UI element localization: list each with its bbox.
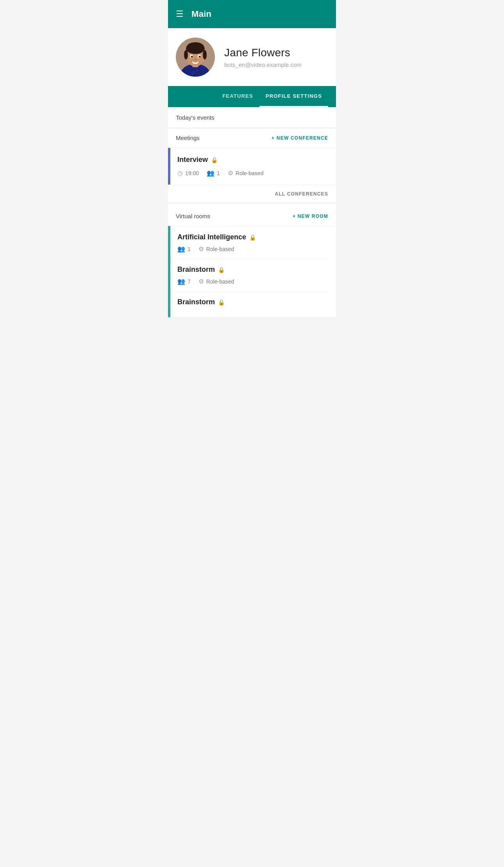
- people-icon-brainstorm: 👥: [177, 278, 185, 285]
- svg-point-8: [187, 42, 204, 52]
- svg-point-6: [184, 50, 188, 59]
- room-meta-ai: 👥 1 ⚙ Role-based: [177, 245, 328, 253]
- room-title-brainstorm: Brainstorm: [177, 266, 215, 274]
- svg-point-7: [203, 50, 207, 59]
- top-bar: ☰ Main: [168, 0, 336, 28]
- meeting-title-interview: Interview: [177, 156, 208, 164]
- people-icon-ai: 👥: [177, 245, 185, 253]
- profile-name: Jane Flowers: [224, 47, 328, 59]
- card-title-row-interview: Interview 🔒: [177, 156, 328, 164]
- lock-icon-interview: 🔒: [211, 157, 218, 163]
- room-participants-value-ai: 1: [188, 246, 191, 252]
- app-title: Main: [191, 9, 211, 19]
- rooms-card-content: Artificial Intelligence 🔒 👥 1 ⚙ Role-bas…: [170, 226, 336, 317]
- meeting-participants-value: 1: [217, 170, 220, 176]
- room-entry-brainstorm2[interactable]: Brainstorm 🔒: [177, 298, 328, 306]
- todays-events-header: Today's events: [168, 107, 336, 128]
- meeting-participants: 👥 1: [207, 169, 220, 177]
- virtual-rooms-label: Virtual rooms: [176, 213, 210, 219]
- room-divider: [177, 259, 328, 259]
- room-type-ai: ⚙ Role-based: [198, 245, 234, 253]
- new-room-button[interactable]: + NEW ROOM: [293, 214, 328, 219]
- content-area: Today's events Meetings + NEW CONFERENCE…: [168, 107, 336, 318]
- nav-tabs: FEATURES PROFILE SETTINGS: [168, 86, 336, 107]
- tab-features[interactable]: FEATURES: [216, 86, 259, 107]
- tab-profile-settings[interactable]: PROFILE SETTINGS: [259, 86, 328, 107]
- lock-icon-ai: 🔒: [249, 234, 256, 241]
- meeting-type: ⚙ Role-based: [228, 169, 264, 177]
- meeting-meta-interview: ◷ 19:00 👥 1 ⚙ Role-based: [177, 169, 328, 177]
- room-type-brainstorm: ⚙ Role-based: [198, 278, 234, 285]
- room-meta-brainstorm: 👥 7 ⚙ Role-based: [177, 278, 328, 285]
- sliders-icon-brainstorm: ⚙: [198, 278, 204, 285]
- meetings-title-row: Meetings + NEW CONFERENCE: [168, 128, 336, 148]
- new-conference-button[interactable]: + NEW CONFERENCE: [272, 135, 328, 141]
- svg-point-18: [191, 73, 193, 75]
- room-participants-ai: 👥 1: [177, 245, 191, 253]
- room-title-row-brainstorm: Brainstorm 🔒: [177, 266, 328, 274]
- lock-icon-brainstorm: 🔒: [218, 267, 225, 273]
- lock-icon-brainstorm2: 🔒: [218, 299, 225, 305]
- virtual-rooms-section: Virtual rooms + NEW ROOM Artificial Inte…: [168, 206, 336, 318]
- room-title-row-brainstorm2: Brainstorm 🔒: [177, 298, 328, 306]
- svg-point-16: [193, 71, 195, 73]
- profile-info: Jane Flowers bots_en@video.example.com: [224, 47, 328, 68]
- rooms-card: Artificial Intelligence 🔒 👥 1 ⚙ Role-bas…: [168, 226, 336, 318]
- svg-point-15: [194, 59, 197, 60]
- svg-point-14: [200, 56, 200, 57]
- profile-section: Jane Flowers bots_en@video.example.com: [168, 28, 336, 86]
- meeting-time-value: 19:00: [185, 170, 199, 176]
- virtual-rooms-title-row: Virtual rooms + NEW ROOM: [168, 206, 336, 226]
- meetings-section: Meetings + NEW CONFERENCE Interview 🔒 ◷ …: [168, 128, 336, 203]
- room-entry-brainstorm[interactable]: Brainstorm 🔒 👥 7 ⚙ Role-based: [177, 266, 328, 285]
- meeting-time: ◷ 19:00: [177, 169, 199, 177]
- svg-point-17: [196, 70, 198, 71]
- room-title-ai: Artificial Intelligence: [177, 233, 246, 241]
- menu-icon[interactable]: ☰: [176, 10, 184, 18]
- room-entry-ai[interactable]: Artificial Intelligence 🔒 👥 1 ⚙ Role-bas…: [177, 233, 328, 253]
- room-divider-2: [177, 291, 328, 292]
- room-type-value-brainstorm: Role-based: [206, 278, 234, 285]
- avatar: [176, 38, 215, 77]
- clock-icon: ◷: [177, 169, 183, 177]
- all-conferences-row: ALL CONFERENCES: [168, 185, 336, 203]
- svg-point-13: [192, 56, 193, 57]
- sliders-icon: ⚙: [228, 169, 233, 177]
- avatar-image: [176, 38, 215, 77]
- profile-email: bots_en@video.example.com: [224, 61, 328, 68]
- all-conferences-link[interactable]: ALL CONFERENCES: [275, 191, 328, 197]
- svg-point-11: [191, 56, 193, 58]
- room-type-value-ai: Role-based: [206, 246, 234, 252]
- meetings-label: Meetings: [176, 135, 200, 141]
- room-participants-value-brainstorm: 7: [188, 278, 191, 285]
- people-icon: 👥: [207, 169, 214, 177]
- room-title-brainstorm2: Brainstorm: [177, 298, 215, 306]
- room-title-row-ai: Artificial Intelligence 🔒: [177, 233, 328, 241]
- card-content-interview: Interview 🔒 ◷ 19:00 👥 1 ⚙ Role-based: [170, 148, 336, 185]
- meeting-type-value: Role-based: [236, 170, 264, 176]
- sliders-icon-ai: ⚙: [198, 245, 204, 253]
- meeting-card-interview[interactable]: Interview 🔒 ◷ 19:00 👥 1 ⚙ Role-based: [168, 148, 336, 185]
- room-participants-brainstorm: 👥 7: [177, 278, 191, 285]
- svg-point-12: [199, 56, 201, 58]
